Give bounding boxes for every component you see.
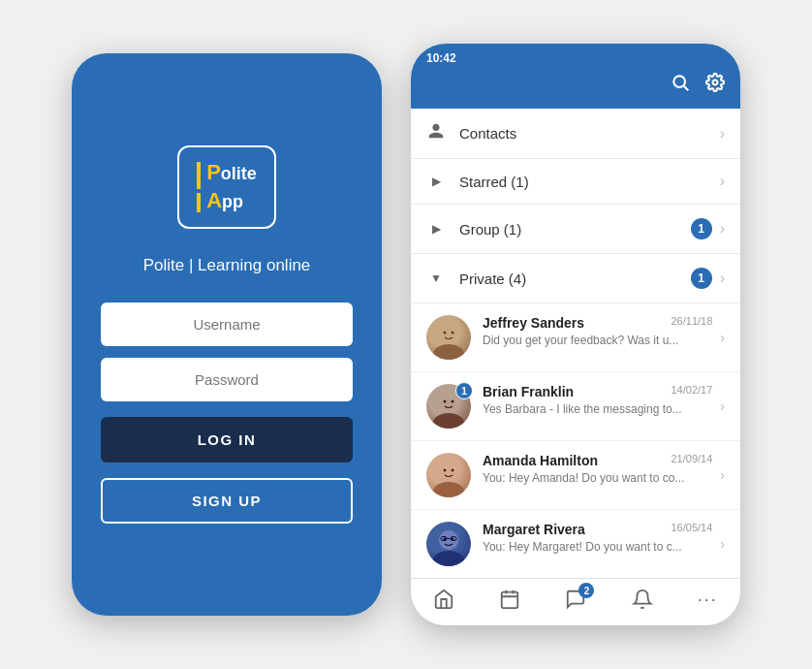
messages-badge: 2 <box>578 583 594 598</box>
svg-point-8 <box>433 413 464 429</box>
nav-notifications[interactable] <box>632 589 653 610</box>
svg-point-9 <box>444 400 447 403</box>
group-badge: 1 <box>691 218 712 239</box>
contacts-chevron: › <box>720 125 725 143</box>
chat-preview-margaret: You: Hey Margaret! Do you want to c... <box>483 540 712 554</box>
chat-chevron-margaret: › <box>720 536 725 552</box>
logo-bars <box>197 162 201 212</box>
chat-item-brian[interactable]: 1 Brian Franklin 14/02/17 Yes Barbara - … <box>411 372 740 441</box>
nav-calendar[interactable] <box>499 589 520 610</box>
chat-header-jeffrey: Jeffrey Sanders 26/11/18 <box>483 315 712 331</box>
chat-content-margaret: Margaret Rivera 16/05/14 You: Hey Margar… <box>483 522 712 554</box>
svg-point-16 <box>433 551 464 566</box>
chat-header-brian: Brian Franklin 14/02/17 <box>483 384 712 399</box>
chat-header-amanda: Amanda Hamilton 21/09/14 <box>483 453 712 468</box>
group-chevron: › <box>720 220 725 238</box>
private-label: Private (4) <box>459 271 691 287</box>
chat-chevron-jeffrey: › <box>720 330 725 345</box>
left-phone: Polite App Polite | Learning online LOG … <box>72 53 382 616</box>
logo-line2: App <box>206 187 257 215</box>
bottom-nav: 2 ··· <box>411 578 740 625</box>
password-input[interactable] <box>101 358 353 401</box>
nav-item-contacts[interactable]: Contacts › <box>411 109 740 159</box>
svg-point-7 <box>439 393 458 412</box>
private-chevron: › <box>720 270 725 287</box>
chat-preview-amanda: You: Hey Amanda! Do you want to co... <box>483 471 712 485</box>
chat-name-brian: Brian Franklin <box>483 384 574 399</box>
chat-date-amanda: 21/09/14 <box>671 453 713 464</box>
svg-point-6 <box>452 332 454 334</box>
status-bar: 10:42 <box>411 44 740 65</box>
chat-date-brian: 14/02/17 <box>671 384 713 396</box>
logo-bar-bottom <box>197 193 201 212</box>
person-icon <box>426 122 446 144</box>
tagline: Polite | Learning online <box>143 256 311 275</box>
svg-point-5 <box>444 332 447 334</box>
svg-point-10 <box>452 400 454 403</box>
logo-text: Polite App <box>206 159 257 214</box>
signup-button[interactable]: SIGN UP <box>101 478 353 524</box>
starred-expand-icon: ▶ <box>426 175 446 188</box>
svg-point-14 <box>452 469 454 472</box>
nav-item-group[interactable]: ▶ Group (1) 1 › <box>411 205 740 254</box>
group-label: Group (1) <box>459 221 691 238</box>
starred-chevron: › <box>720 173 725 190</box>
chat-chevron-brian: › <box>720 398 725 414</box>
svg-point-13 <box>444 469 447 472</box>
logo-bar-top <box>197 162 201 189</box>
svg-point-12 <box>433 482 464 497</box>
contacts-label: Contacts <box>459 125 720 142</box>
nav-messages[interactable]: 2 <box>565 589 586 610</box>
chat-preview-jeffrey: Did you get your feedback? Was it u... <box>483 334 712 347</box>
chat-header-margaret: Margaret Rivera 16/05/14 <box>483 522 712 537</box>
svg-point-11 <box>439 462 458 481</box>
starred-label: Starred (1) <box>459 174 720 190</box>
avatar-jeffrey <box>426 315 471 360</box>
login-button[interactable]: LOG IN <box>101 417 353 462</box>
settings-icon[interactable] <box>705 73 725 97</box>
svg-point-4 <box>433 344 464 360</box>
chat-content-jeffrey: Jeffrey Sanders 26/11/18 Did you get you… <box>483 315 712 347</box>
svg-point-2 <box>713 80 718 85</box>
group-expand-icon: ▶ <box>426 222 446 236</box>
svg-rect-22 <box>502 592 518 609</box>
search-icon[interactable] <box>671 73 690 97</box>
chat-date-jeffrey: 26/11/18 <box>671 315 713 327</box>
nav-more[interactable]: ··· <box>698 589 718 610</box>
chat-name-amanda: Amanda Hamilton <box>483 453 598 468</box>
chat-preview-brian: Yes Barbara - I like the messaging to... <box>483 402 712 416</box>
nav-home[interactable] <box>433 589 454 610</box>
avatar-amanda <box>426 453 471 497</box>
logo-box: Polite App <box>177 145 276 228</box>
time-display: 10:42 <box>426 51 456 65</box>
chat-content-brian: Brian Franklin 14/02/17 Yes Barbara - I … <box>483 384 712 416</box>
top-bar <box>411 65 740 109</box>
chat-item-jeffrey[interactable]: Jeffrey Sanders 26/11/18 Did you get you… <box>411 303 740 372</box>
chat-chevron-amanda: › <box>720 467 725 483</box>
svg-point-3 <box>439 324 458 343</box>
unread-badge-brian: 1 <box>455 382 473 399</box>
chat-name-margaret: Margaret Rivera <box>483 522 585 537</box>
svg-point-0 <box>673 76 685 87</box>
chat-name-jeffrey: Jeffrey Sanders <box>483 315 584 331</box>
right-phone: 10:42 Contacts › <box>411 44 740 625</box>
nav-item-private[interactable]: ▼ Private (4) 1 › <box>411 254 740 303</box>
username-input[interactable] <box>101 303 353 346</box>
private-expand-icon: ▼ <box>426 271 446 285</box>
chat-date-margaret: 16/05/14 <box>671 522 713 533</box>
logo-line1: Polite <box>206 159 257 187</box>
nav-item-starred[interactable]: ▶ Starred (1) › <box>411 159 740 205</box>
avatar-margaret <box>426 522 471 566</box>
private-badge: 1 <box>691 268 712 289</box>
nav-list: Contacts › ▶ Starred (1) › ▶ Group (1) 1… <box>411 109 740 578</box>
chat-content-amanda: Amanda Hamilton 21/09/14 You: Hey Amanda… <box>483 453 712 485</box>
chat-item-amanda[interactable]: Amanda Hamilton 21/09/14 You: Hey Amanda… <box>411 441 740 510</box>
svg-line-1 <box>684 86 689 91</box>
chat-item-margaret[interactable]: Margaret Rivera 16/05/14 You: Hey Margar… <box>411 510 740 578</box>
